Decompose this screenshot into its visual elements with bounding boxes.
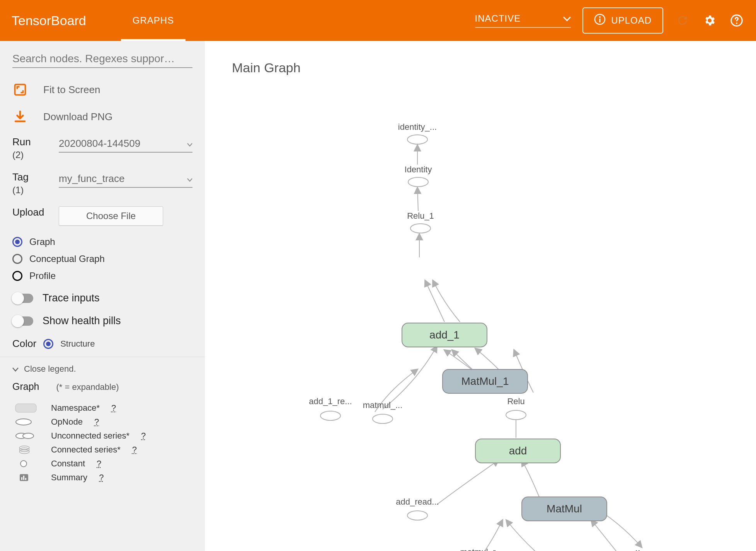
radio-icon <box>12 237 22 247</box>
radio-profile[interactable]: Profile <box>12 270 192 281</box>
fit-to-screen-button[interactable]: Fit to Screen <box>12 82 192 97</box>
graph-canvas[interactable]: Main Graph <box>205 41 756 551</box>
sidebar: Fit to Screen Download PNG Run (2) 20200… <box>0 41 205 551</box>
svg-rect-2 <box>599 19 601 22</box>
legend-expandable-note: (* = expandable) <box>56 382 119 392</box>
svg-rect-15 <box>21 477 22 480</box>
fit-label: Fit to Screen <box>43 84 100 96</box>
svg-rect-6 <box>15 404 36 412</box>
node-matmul[interactable]: MatMul <box>522 497 607 521</box>
run-count: (2) <box>12 150 51 160</box>
svg-text:matmul_...: matmul_... <box>363 400 403 410</box>
tabs: GRAPHS <box>121 0 186 41</box>
svg-point-23 <box>410 224 431 233</box>
tab-graphs[interactable]: GRAPHS <box>121 0 186 41</box>
header-right: INACTIVE UPLOAD <box>475 7 744 34</box>
trace-inputs-toggle[interactable]: Trace inputs <box>12 292 192 304</box>
upload-section-label: Upload <box>12 206 51 218</box>
svg-text:add_1: add_1 <box>429 329 460 341</box>
choose-file-button[interactable]: Choose File <box>59 206 163 226</box>
svg-rect-17 <box>25 478 26 480</box>
legend-constant: Constant ? <box>12 459 192 469</box>
run-select[interactable]: 20200804-144509 <box>59 136 192 153</box>
chevron-down-icon <box>563 13 571 24</box>
node-relu[interactable]: Relu <box>506 396 526 420</box>
node-add-read[interactable]: add_read... <box>396 497 439 520</box>
tag-label: Tag <box>12 171 51 183</box>
upload-label: UPLOAD <box>611 15 652 26</box>
legend-connected: Connected series* ? <box>12 445 192 455</box>
toggle-icon <box>12 294 33 303</box>
svg-text:matmul_r...: matmul_r... <box>460 547 502 551</box>
node-add1-re[interactable]: add_1_re... <box>309 396 352 420</box>
radio-graph[interactable]: Graph <box>12 236 192 247</box>
svg-point-7 <box>16 419 31 425</box>
svg-text:add_1_re...: add_1_re... <box>309 396 352 406</box>
node-identity-ret[interactable]: identity_... <box>398 122 437 144</box>
radio-color-structure[interactable] <box>43 339 53 349</box>
search-input[interactable] <box>12 50 192 68</box>
run-label: Run <box>12 136 51 148</box>
svg-point-4 <box>736 22 737 24</box>
tag-count: (1) <box>12 185 51 196</box>
svg-text:x: x <box>636 547 640 551</box>
main: Fit to Screen Download PNG Run (2) 20200… <box>0 41 756 551</box>
chevron-down-icon <box>187 173 192 185</box>
node-identity[interactable]: Identity <box>405 165 432 187</box>
tag-select[interactable]: my_func_trace <box>59 171 192 188</box>
node-relu1[interactable]: Relu_1 <box>407 211 434 233</box>
svg-point-25 <box>320 411 341 420</box>
reload-button[interactable] <box>675 13 690 28</box>
svg-text:add_read...: add_read... <box>396 497 439 507</box>
download-icon <box>12 109 28 124</box>
svg-point-31 <box>407 511 427 520</box>
chevron-down-icon <box>12 364 19 374</box>
upload-button[interactable]: UPLOAD <box>582 7 663 34</box>
svg-text:MatMul_1: MatMul_1 <box>461 375 509 387</box>
svg-text:Relu_1: Relu_1 <box>407 211 434 221</box>
download-label: Download PNG <box>43 111 112 123</box>
svg-rect-5 <box>15 85 26 95</box>
svg-point-27 <box>373 414 393 423</box>
toggle-icon <box>12 316 33 326</box>
inactive-dropdown[interactable]: INACTIVE <box>475 13 571 28</box>
node-matmul-small[interactable]: matmul_... <box>363 400 403 423</box>
svg-text:MatMul: MatMul <box>547 503 582 515</box>
node-matmul1[interactable]: MatMul_1 <box>443 369 528 393</box>
help-button[interactable] <box>729 13 744 28</box>
node-add[interactable]: add <box>475 439 560 463</box>
radio-icon <box>12 271 22 281</box>
svg-text:Identity: Identity <box>405 165 432 174</box>
fit-screen-icon <box>12 82 28 97</box>
svg-point-9 <box>23 433 34 439</box>
health-pills-toggle[interactable]: Show health pills <box>12 315 192 327</box>
svg-text:identity_...: identity_... <box>398 122 437 132</box>
info-icon <box>594 14 606 27</box>
svg-text:add: add <box>509 445 527 457</box>
radio-icon <box>12 254 22 264</box>
legend-namespace: Namespace* ? <box>12 403 192 413</box>
svg-point-29 <box>506 410 526 420</box>
radio-conceptual[interactable]: Conceptual Graph <box>12 253 192 264</box>
download-png-button[interactable]: Download PNG <box>12 109 192 124</box>
node-add1[interactable]: add_1 <box>402 323 487 347</box>
color-label: Color <box>12 338 36 350</box>
node-matmul-r[interactable]: matmul_r... <box>460 547 502 551</box>
svg-point-19 <box>407 135 427 144</box>
graph-svg: identity_... Identity Relu_1 add_1_re...… <box>228 99 730 551</box>
inactive-label: INACTIVE <box>475 13 521 24</box>
legend-opnode: OpNode ? <box>12 417 192 427</box>
color-value: Structure <box>60 339 95 349</box>
legend-graph-header: Graph <box>12 381 39 392</box>
canvas-title: Main Graph <box>232 60 729 75</box>
close-legend-toggle[interactable]: Close legend. <box>12 364 192 374</box>
node-x[interactable]: x <box>628 547 648 551</box>
svg-point-21 <box>408 177 428 187</box>
chevron-down-icon <box>187 138 192 150</box>
app-title: TensorBoard <box>12 13 86 28</box>
svg-point-1 <box>599 16 601 18</box>
settings-button[interactable] <box>702 13 717 28</box>
svg-text:Relu: Relu <box>507 396 524 406</box>
app-header: TensorBoard GRAPHS INACTIVE UPLOAD <box>0 0 756 41</box>
legend-summary: Summary ? <box>12 473 192 483</box>
